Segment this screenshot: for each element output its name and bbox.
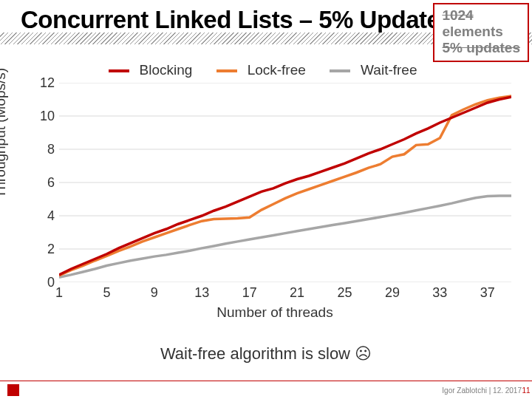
x-tick: 1	[55, 285, 63, 301]
footer-rule	[0, 381, 532, 381]
annotation-line-3: 5% updates	[442, 40, 520, 56]
y-tick: 6	[47, 175, 55, 191]
footer-text: Igor Zablotchi | 12. 2017	[442, 386, 522, 395]
x-tick: 29	[385, 285, 400, 301]
x-axis-label: Number of threads	[38, 304, 511, 321]
chart-svg	[59, 83, 511, 282]
chart-area: 024681012 15913172125293337 Number of th…	[38, 83, 511, 304]
y-tick: 8	[47, 142, 55, 157]
frown-icon: ☹	[355, 344, 372, 363]
x-tick: 25	[338, 285, 352, 301]
caption: Wait-free algorithm is slow ☹	[0, 344, 532, 364]
legend-swatch-blocking	[109, 69, 129, 72]
legend-item-waitfree: Wait-free	[330, 62, 423, 78]
x-axis-ticks: 15913172125293337	[59, 285, 511, 300]
logo-box	[7, 384, 19, 396]
x-tick: 33	[432, 285, 447, 301]
series-lines	[59, 96, 511, 277]
logo	[7, 384, 33, 396]
x-tick: 21	[290, 285, 304, 301]
y-tick: 10	[40, 109, 55, 124]
annotation-box: 1024 elements 5% updates	[433, 3, 529, 62]
x-tick: 13	[194, 285, 209, 301]
y-tick: 4	[47, 208, 55, 224]
y-tick: 12	[40, 75, 55, 91]
y-tick: 2	[47, 242, 55, 257]
plot-area	[59, 83, 511, 282]
annotation-line-2: elements	[442, 24, 520, 40]
page-number: 11	[520, 386, 532, 395]
annotation-line-1: 1024	[442, 7, 520, 24]
x-tick: 5	[103, 285, 110, 301]
chart-legend: Blocking Lock-free Wait-free	[0, 62, 532, 78]
legend-item-lockfree: Lock-free	[216, 62, 313, 78]
x-tick: 17	[242, 285, 257, 301]
x-tick: 37	[480, 285, 495, 301]
series-waitfree	[59, 196, 511, 277]
x-tick: 9	[151, 285, 158, 301]
caption-text: Wait-free algorithm is slow	[160, 344, 355, 363]
y-tick: 0	[47, 275, 55, 290]
slide: Concurrent Linked Lists – 5% Updates 102…	[0, 0, 532, 399]
y-axis-label: Throughput (Mops/s)	[0, 52, 9, 214]
legend-swatch-lockfree	[216, 69, 237, 72]
legend-item-blocking: Blocking	[109, 62, 200, 78]
legend-swatch-waitfree	[330, 69, 350, 72]
y-axis-ticks: 024681012	[38, 83, 56, 282]
